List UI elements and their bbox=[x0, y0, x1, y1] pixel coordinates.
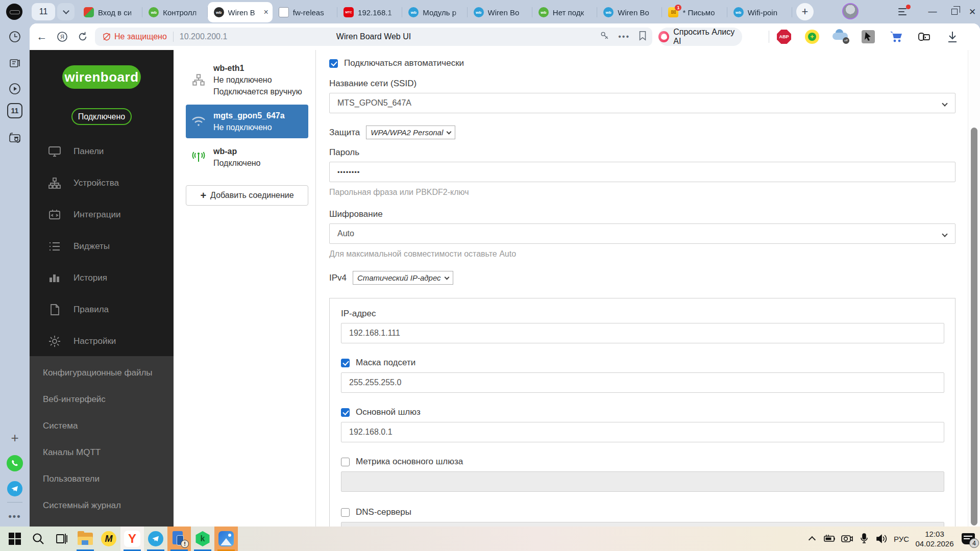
add-panel-icon[interactable]: + bbox=[5, 428, 25, 448]
browser-tab[interactable]: fw-releas bbox=[273, 2, 337, 22]
sidebar-item-устройства[interactable]: Устройства bbox=[30, 167, 174, 199]
metric-row[interactable]: Метрика основного шлюза bbox=[341, 457, 944, 467]
back-button[interactable]: ← bbox=[34, 29, 50, 45]
cursor-extension-icon[interactable] bbox=[860, 29, 876, 45]
gateway-input[interactable]: 192.168.0.1 bbox=[341, 422, 944, 442]
mask-row[interactable]: Маска подсети bbox=[341, 358, 944, 368]
chevron-up-icon[interactable] bbox=[803, 527, 821, 551]
autoconnect-checkbox[interactable] bbox=[329, 59, 338, 68]
password-manager-icon[interactable] bbox=[600, 31, 610, 43]
window-close-button[interactable]: ✕ bbox=[965, 4, 980, 19]
avatar[interactable] bbox=[842, 3, 859, 19]
ask-alice-button[interactable]: Спросить Алису AI bbox=[658, 28, 742, 46]
browser-tab[interactable]: wbWiren Bo bbox=[597, 2, 662, 22]
connection-item-wb-eth1[interactable]: wb-eth1Не подключеноПодключается вручную bbox=[186, 57, 308, 103]
window-maximize-button[interactable] bbox=[947, 4, 962, 19]
taskbar-telegram-button[interactable] bbox=[144, 527, 167, 551]
password-input[interactable]: •••••••• bbox=[329, 162, 955, 182]
cloud-off-extension-icon[interactable]: off bbox=[832, 29, 848, 45]
submenu-item[interactable]: Каналы MQTT bbox=[43, 447, 160, 458]
yandex-search-icon[interactable]: Я bbox=[54, 29, 70, 45]
speaker-icon[interactable] bbox=[873, 527, 890, 551]
taskbar-m-app-button[interactable]: M bbox=[97, 527, 120, 551]
screenshot-icon[interactable] bbox=[5, 128, 25, 148]
security-badge[interactable]: Не защищено bbox=[102, 32, 167, 41]
battery-icon[interactable] bbox=[821, 527, 838, 551]
window-minimize-button[interactable]: — bbox=[925, 4, 940, 19]
gateway-checkbox[interactable] bbox=[341, 408, 350, 417]
taskbar-photos-button[interactable] bbox=[214, 527, 238, 551]
scrollbar-thumb[interactable] bbox=[971, 128, 977, 525]
browser-tab[interactable]: wbWiren B× bbox=[208, 2, 273, 22]
autoconnect-row[interactable]: Подключаться автоматически bbox=[329, 58, 955, 68]
add-connection-button[interactable]: +Добавить соединение bbox=[186, 185, 308, 206]
taskbar-start-button[interactable] bbox=[3, 527, 27, 551]
dns-row[interactable]: DNS-серверы bbox=[341, 507, 944, 517]
security-select[interactable]: WPA/WPA2 Personal bbox=[366, 126, 455, 139]
browser-tab[interactable]: wbWiren Bo bbox=[468, 2, 532, 22]
taskbar-task-view-button[interactable] bbox=[50, 527, 74, 551]
connection-item-wb-ap[interactable]: wb-apПодключено bbox=[186, 140, 308, 174]
submenu-item[interactable]: Веб-интерфейс bbox=[43, 394, 160, 405]
taskbar-kaspersky-button[interactable]: k bbox=[191, 527, 214, 551]
submenu-item[interactable]: Пользователи bbox=[43, 473, 160, 485]
sidebar-item-виджеты[interactable]: Виджеты bbox=[30, 231, 174, 262]
browser-tab[interactable]: ✉1* Письмо bbox=[662, 2, 727, 22]
video-play-icon[interactable] bbox=[5, 79, 25, 99]
tab-counter[interactable]: 11 bbox=[32, 3, 55, 20]
adblock-extension-icon[interactable]: ABP bbox=[776, 29, 792, 45]
more-dots-icon[interactable]: ••• bbox=[5, 506, 25, 527]
browser-tab[interactable]: wbWifi-poin bbox=[727, 2, 792, 22]
tab-close-icon[interactable]: × bbox=[263, 8, 268, 17]
microphone-icon[interactable] bbox=[855, 527, 873, 551]
browser-tab[interactable]: Вход в си bbox=[78, 2, 142, 22]
notes-icon[interactable] bbox=[5, 53, 25, 73]
whatsapp-icon[interactable] bbox=[5, 453, 25, 473]
gateway-row[interactable]: Основной шлюз bbox=[341, 407, 944, 417]
keys-extension-icon[interactable] bbox=[916, 29, 933, 45]
antivirus-extension-icon[interactable]: + bbox=[804, 29, 820, 45]
browser-menu-button[interactable] bbox=[898, 6, 910, 16]
mask-input[interactable]: 255.255.255.0 bbox=[341, 372, 944, 393]
clock[interactable]: 12:03 04.02.2026 bbox=[913, 529, 957, 548]
sidebar-item-история[interactable]: История bbox=[30, 262, 174, 294]
telegram-icon[interactable] bbox=[5, 479, 25, 499]
dns-checkbox[interactable] bbox=[341, 508, 350, 517]
omnibox[interactable]: Не защищено 10.200.200.1 Wiren Board Web… bbox=[95, 28, 652, 46]
more-actions-icon[interactable]: ••• bbox=[618, 32, 630, 41]
sidebar-item-правила[interactable]: Правила bbox=[30, 294, 174, 325]
tabs-panel-icon[interactable]: 11 bbox=[7, 103, 22, 118]
camera-icon[interactable] bbox=[838, 527, 855, 551]
submenu-item[interactable]: Система bbox=[43, 420, 160, 432]
ip-input[interactable]: 192.168.1.111 bbox=[341, 323, 944, 343]
wirenboard-logo[interactable]: wirenboard bbox=[62, 65, 141, 89]
browser-tab[interactable]: wbМодуль р bbox=[402, 2, 467, 22]
ipv4-select[interactable]: Статический IP-адрес bbox=[353, 271, 453, 285]
language-indicator[interactable]: РУС bbox=[890, 535, 913, 543]
cart-extension-icon[interactable] bbox=[888, 29, 904, 45]
page-scrollbar[interactable] bbox=[968, 50, 980, 527]
new-tab-button[interactable]: + bbox=[796, 3, 814, 20]
taskbar-device-flasher-button[interactable]: ! bbox=[167, 527, 191, 551]
history-clock-icon[interactable] bbox=[5, 27, 25, 47]
taskbar-yandex-browser-button[interactable]: Y bbox=[120, 527, 144, 551]
downloads-icon[interactable] bbox=[944, 29, 961, 45]
ssid-select[interactable]: MTS_GPON5_647A bbox=[329, 93, 955, 113]
browser-tab[interactable]: МТС192.168.1 bbox=[337, 2, 402, 22]
browser-tab[interactable]: wbНет подк bbox=[532, 2, 597, 22]
reload-button[interactable] bbox=[75, 29, 91, 45]
sidebar-item-панели[interactable]: Панели bbox=[30, 136, 174, 167]
submenu-item[interactable]: Системный журнал bbox=[43, 500, 160, 511]
submenu-item[interactable]: Конфигурационные файлы bbox=[43, 367, 160, 379]
sidebar-item-интеграции[interactable]: Интеграции bbox=[30, 199, 174, 231]
bookmark-icon[interactable] bbox=[638, 31, 647, 43]
browser-tab[interactable]: wbКонтролл bbox=[142, 2, 207, 22]
sidebar-item-настройки[interactable]: Настройки bbox=[30, 325, 174, 357]
connection-item-mgts_gpon5_647a[interactable]: mgts_gpon5_647aНе подключено bbox=[186, 105, 308, 138]
taskbar-file-explorer-button[interactable] bbox=[74, 527, 97, 551]
notification-center-button[interactable]: 4 bbox=[957, 527, 980, 551]
browser-profile-logo-icon[interactable] bbox=[6, 4, 22, 20]
mask-checkbox[interactable] bbox=[341, 359, 350, 367]
taskbar-search-button[interactable] bbox=[27, 527, 50, 551]
tab-list-chevron-button[interactable] bbox=[57, 3, 75, 20]
